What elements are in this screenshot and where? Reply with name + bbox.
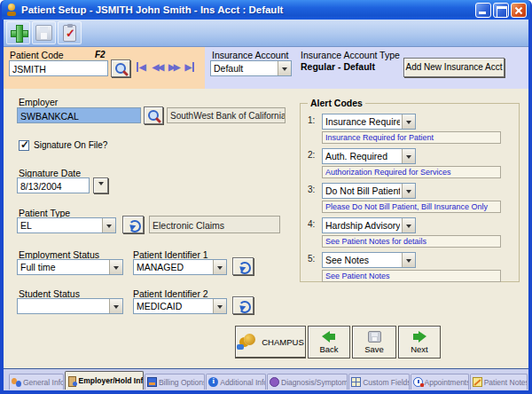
patient-identifier-1-refresh-button[interactable] [232,257,254,275]
chevron-down-icon[interactable] [213,299,226,313]
patient-code-label: Patient Code [10,50,64,60]
tab-additional-info[interactable]: Additional Info [206,374,266,390]
patient-type-select[interactable]: EL [17,217,116,233]
chevron-down-icon[interactable] [109,299,122,313]
patient-type-description: Electronic Claims [149,216,280,233]
alert-code-row: 4: Hardship Advisory See Patient Notes f… [322,217,512,248]
alert-code-2-select[interactable]: Auth. Required [322,148,416,164]
back-label: Back [319,344,338,354]
tab-label: Billing Options [159,378,205,387]
add-new-insurance-acct-button[interactable]: Add New Insurance Acct [403,58,505,77]
student-status-select[interactable] [17,298,123,314]
chevron-down-icon[interactable] [402,253,415,267]
employer-input[interactable]: SWBANKCAL [17,107,141,123]
tasks-icon [63,25,76,42]
patient-code-input[interactable]: JSMITH [9,60,108,76]
alert-codes-title: Alert Codes [308,98,365,108]
next-button[interactable]: Next [398,326,441,359]
chevron-down-icon[interactable] [102,218,115,232]
signature-on-file-label: Signature On File? [34,140,107,150]
tab-employer-hold-info[interactable]: Employer/Hold Info [65,371,144,390]
next-record-button[interactable] [168,62,178,72]
main-form: Employer SWBANKCAL SouthWest Bank of Cal… [4,89,528,368]
patient-setup-window: Patient Setup - JSMITH John Smith - Ins … [0,0,532,394]
close-button[interactable] [511,3,527,18]
arrow-right-icon [412,331,426,343]
signature-on-file-checkbox[interactable] [19,140,29,151]
tab-diagnosis-symptoms[interactable]: Diagnosis/Symptoms [267,374,348,390]
titlebar: Patient Setup - JSMITH John Smith - Ins … [2,0,530,20]
maximize-button[interactable] [493,3,509,18]
chevron-down-icon[interactable] [402,218,415,232]
alert-code-3-description: Please Do Not Bill Patient, Bill Insuran… [322,201,501,213]
tab-billing-options[interactable]: Billing Options [145,374,205,390]
alert-code-1-description: Insurance Required for Patient [322,131,501,144]
patient-code-hotkey: F2 [95,50,106,59]
previous-record-button[interactable] [153,62,162,72]
tab-label: Custom Fields [363,378,409,387]
save-icon [35,25,52,41]
signature-date-input[interactable]: 8/13/2004 [17,177,90,193]
arrow-left-icon [322,331,336,343]
coins-icon [237,334,257,350]
employment-status-select[interactable]: Full time [17,259,123,275]
chevron-down-icon[interactable] [402,114,415,129]
chevron-down-icon[interactable] [402,149,415,163]
tab-strip: General Info Employer/Hold Info Billing … [4,368,528,390]
patient-identifier-2-refresh-button[interactable] [232,296,254,314]
chevron-down-icon[interactable] [278,61,291,75]
info-icon [208,377,218,387]
chevron-down-icon[interactable] [213,260,226,274]
alert-code-5-select[interactable]: See Notes [322,252,416,268]
window-title: Patient Setup - JSMITH John Smith - Ins … [21,4,475,15]
employer-label: Employer [19,97,58,107]
client-area: Patient Code F2 JSMITH Insurance Account… [4,20,528,390]
first-record-button[interactable] [137,62,146,72]
champus-label: CHAMPUS [262,337,304,347]
patient-type-refresh-button[interactable] [122,216,144,233]
chevron-down-icon[interactable] [109,260,122,274]
employer-search-button[interactable] [144,106,163,124]
alert-code-row: 3: Do Not Bill Patient Please Do Not Bil… [322,183,512,213]
save-toolbar-button[interactable] [32,21,56,44]
alert-code-4-select[interactable]: Hardship Advisory [322,217,416,233]
clock-icon [413,377,423,387]
tasks-toolbar-button[interactable] [58,21,82,44]
alert-code-3-select[interactable]: Do Not Bill Patient [322,183,416,199]
tab-patient-notes[interactable]: Patient Notes [470,374,528,390]
patient-search-button[interactable] [111,59,130,77]
patient-identifier-1-select[interactable]: MANAGED [133,259,227,275]
insurance-account-type-label: Insurance Account Type [301,50,400,60]
alert-code-2-description: Authorization Required for Services [322,166,501,178]
alert-code-row: 2: Auth. Required Authorization Required… [322,148,512,178]
save-icon [368,331,381,343]
tab-general-info[interactable]: General Info [9,374,64,390]
alert-code-5-description: See Patient Notes [322,270,501,282]
record-navigator [137,62,194,72]
minimize-button[interactable] [475,3,491,18]
save-button[interactable]: Save [352,326,396,359]
alert-codes-panel: Alert Codes 1: Insurance Required Insura… [300,103,520,282]
people-icon [12,377,21,387]
billing-icon [147,377,157,387]
add-icon [11,25,27,41]
insurance-section: Insurance Account Default Insurance Acco… [205,47,528,89]
champus-button[interactable]: CHAMPUS [235,326,306,359]
back-button[interactable]: Back [308,326,350,359]
patient-identifier-2-select[interactable]: MEDICAID [133,298,227,314]
tab-custom-fields[interactable]: Custom Fields [348,374,409,390]
next-label: Next [411,344,428,354]
add-patient-button[interactable] [6,21,30,44]
employer-name-field: SouthWest Bank of California [167,107,286,123]
tab-appointments[interactable]: Appointments [411,374,469,390]
alert-code-1-select[interactable]: Insurance Required [322,114,416,130]
insurance-account-type-value: Regular - Default [301,61,375,72]
action-button-row: CHAMPUS Back Save Next [235,326,441,359]
insurance-account-label: Insurance Account [212,50,288,60]
last-record-button[interactable] [184,62,194,72]
insurance-account-select[interactable]: Default [210,60,292,76]
chevron-down-icon[interactable] [402,184,415,198]
save-label: Save [364,344,384,354]
custom-fields-icon [351,377,361,387]
signature-date-dropdown-button[interactable] [93,177,108,193]
